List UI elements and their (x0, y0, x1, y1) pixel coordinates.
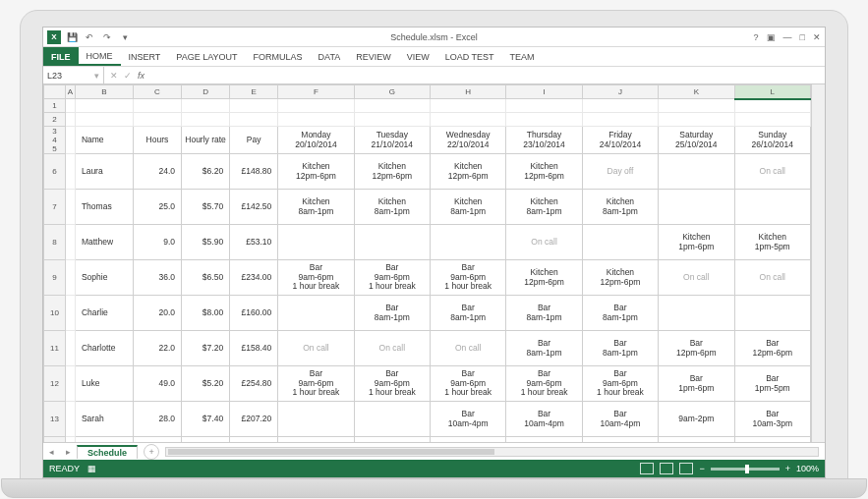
row-header[interactable]: 6 (44, 154, 66, 190)
schedule-cell[interactable]: Bar8am-1pm (354, 296, 430, 331)
schedule-cell[interactable]: Kitchen12pm-6pm (506, 154, 582, 190)
schedule-cell[interactable]: Kitchen1pm-5pm (734, 225, 811, 260)
schedule-cell[interactable] (278, 402, 354, 437)
schedule-cell[interactable]: Kitchen12pm-6pm (506, 260, 582, 296)
col-header[interactable]: H (431, 85, 506, 99)
cell[interactable] (133, 113, 181, 127)
schedule-cell[interactable]: Day off (582, 154, 658, 190)
row-header[interactable]: 345 (44, 127, 66, 154)
row-header[interactable]: 12 (44, 366, 66, 402)
schedule-cell[interactable]: Bar10am-4pm (582, 402, 658, 437)
schedule-cell[interactable]: On call (431, 331, 506, 366)
rate-cell[interactable]: $7.40 (182, 402, 230, 437)
cell[interactable] (431, 113, 506, 127)
cell[interactable] (659, 113, 734, 127)
close-icon[interactable]: ✕ (813, 32, 821, 42)
row-header[interactable]: 7 (44, 190, 66, 225)
minimize-icon[interactable]: — (783, 32, 792, 42)
schedule-cell[interactable]: Bar9am-6pm1 hour break (278, 260, 354, 296)
add-sheet-icon[interactable]: + (144, 444, 159, 460)
schedule-cell[interactable]: Bar8am-1pm (506, 331, 582, 366)
schedule-cell[interactable]: On call (506, 225, 582, 260)
row-header[interactable]: 9 (44, 260, 66, 296)
schedule-cell[interactable]: On call (659, 260, 734, 296)
schedule-cell[interactable]: Bar8am-1pm (506, 296, 582, 331)
sheet-nav-prev-icon[interactable]: ◂ (43, 447, 60, 457)
confirm-formula-icon[interactable]: ✓ (124, 71, 132, 81)
rate-cell[interactable]: $5.20 (182, 366, 230, 402)
name-box-dropdown-icon[interactable]: ▾ (94, 71, 99, 81)
hours-cell[interactable]: 25.0 (133, 190, 181, 225)
hours-cell[interactable]: 28.0 (133, 402, 181, 437)
pay-cell[interactable]: £148.80 (230, 154, 278, 190)
col-header-selected[interactable]: L (734, 85, 811, 99)
redo-icon[interactable]: ↷ (100, 30, 114, 44)
schedule-cell[interactable]: Kitchen8am-1pm (506, 190, 582, 225)
cell[interactable] (66, 296, 76, 331)
zoom-level[interactable]: 100% (796, 464, 819, 473)
cell[interactable] (75, 113, 133, 127)
schedule-cell[interactable]: Kitchen8am-1pm (278, 190, 354, 225)
schedule-cell[interactable]: On call (354, 331, 430, 366)
header-day[interactable]: Thursday23/10/2014 (506, 127, 582, 154)
tab-view[interactable]: VIEW (399, 47, 437, 66)
schedule-cell[interactable]: Bar9am-6pm1 hour break (582, 366, 658, 402)
schedule-cell[interactable] (582, 225, 658, 260)
employee-name[interactable]: Thomas (75, 190, 133, 225)
header-pay[interactable]: Pay (230, 127, 278, 154)
cancel-formula-icon[interactable]: ✕ (110, 71, 118, 81)
rate-cell[interactable]: $5.90 (182, 225, 230, 260)
schedule-cell[interactable]: Bar8am-1pm (582, 296, 658, 331)
tab-data[interactable]: DATA (311, 47, 349, 66)
schedule-cell[interactable] (278, 296, 354, 331)
row-header[interactable]: 2 (44, 113, 66, 127)
pay-cell[interactable]: £142.50 (230, 190, 278, 225)
cell[interactable] (66, 331, 76, 366)
cell[interactable] (278, 99, 354, 113)
header-day[interactable]: Friday24/10/2014 (582, 127, 658, 154)
schedule-cell[interactable] (734, 437, 811, 443)
schedule-cell[interactable]: Kitchen8am-1pm (354, 190, 430, 225)
view-page-layout-icon[interactable] (660, 463, 673, 474)
view-normal-icon[interactable] (640, 463, 654, 474)
header-day[interactable]: Wednesday22/10/2014 (431, 127, 506, 154)
schedule-cell[interactable]: Bar9am-6pm1 hour break (506, 366, 582, 402)
cell[interactable] (659, 99, 734, 113)
cell[interactable] (66, 366, 76, 402)
cell[interactable] (66, 127, 76, 154)
cell[interactable] (431, 99, 506, 113)
cell[interactable] (734, 99, 811, 113)
cell[interactable] (354, 113, 430, 127)
sheet-tab-schedule[interactable]: Schedule (77, 445, 138, 459)
cell[interactable] (133, 99, 181, 113)
tab-review[interactable]: REVIEW (348, 47, 399, 66)
cell[interactable] (582, 99, 658, 113)
schedule-cell[interactable] (431, 437, 506, 443)
qat-customize-icon[interactable]: ▾ (118, 30, 132, 44)
schedule-cell[interactable]: Bar9am-6pm1 hour break (354, 366, 430, 402)
cell[interactable] (278, 113, 354, 127)
hours-cell[interactable]: 49.0 (133, 366, 181, 402)
cell[interactable] (230, 113, 278, 127)
hours-cell[interactable]: 22.0 (133, 331, 181, 366)
col-header[interactable]: D (182, 85, 230, 99)
employee-name[interactable]: Luke (75, 366, 133, 402)
name-box[interactable]: L23 ▾ (43, 67, 104, 83)
header-rate[interactable]: Hourly rate (182, 127, 230, 154)
schedule-cell[interactable]: Kitchen12pm-6pm (582, 260, 658, 296)
schedule-cell[interactable]: Bar1pm-6pm (659, 366, 734, 402)
schedule-cell[interactable]: Bar9am-6pm1 hour break (431, 260, 506, 296)
pay-cell[interactable]: £160.00 (230, 296, 278, 331)
rate-cell[interactable]: $6.50 (182, 260, 230, 296)
schedule-cell[interactable]: On call (734, 260, 811, 296)
header-day[interactable]: Tuesday21/10/2014 (354, 127, 430, 154)
cell[interactable] (354, 99, 430, 113)
employee-name[interactable]: Laura (75, 154, 133, 190)
header-day[interactable]: Sunday26/10/2014 (734, 127, 811, 154)
schedule-cell[interactable]: Bar10am-4pm (582, 437, 658, 443)
schedule-cell[interactable]: Bar8am-1pm (431, 296, 506, 331)
tab-file[interactable]: FILE (43, 47, 79, 66)
tab-page-layout[interactable]: PAGE LAYOUT (168, 47, 245, 66)
schedule-cell[interactable]: Kitchen8am-1pm (431, 190, 506, 225)
schedule-cell[interactable]: Bar12pm-6pm (734, 331, 811, 366)
